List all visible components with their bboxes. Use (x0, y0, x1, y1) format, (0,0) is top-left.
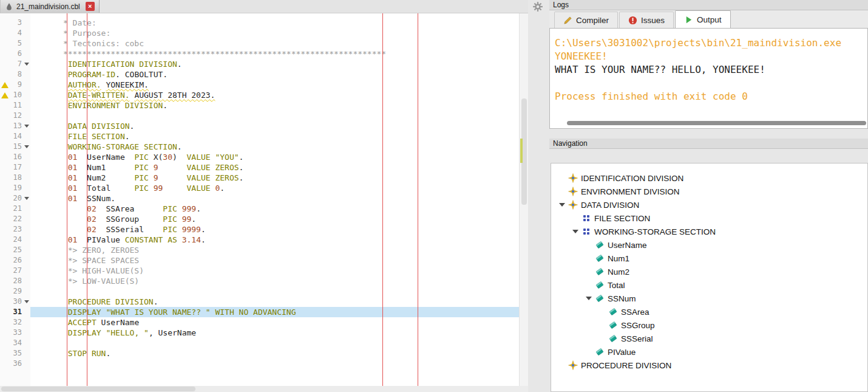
logs-hscrollbar[interactable] (567, 121, 866, 125)
code-line[interactable] (30, 111, 519, 121)
gutter-row[interactable]: 31 (0, 307, 30, 317)
tree-item-pivalue[interactable]: PIValue (551, 345, 867, 359)
code-line[interactable]: 01 Num2 PIC 9 VALUE ZEROS. (30, 173, 519, 183)
code-line[interactable]: ENVIRONMENT DIVISION. (30, 100, 519, 111)
tree-item-environment-division[interactable]: ENVIRONMENT DIVISION (551, 185, 867, 198)
code-line[interactable] (30, 338, 519, 348)
tree-item-identification-division[interactable]: IDENTIFICATION DIVISION (551, 171, 867, 185)
code-line[interactable]: ACCEPT UserName (30, 317, 519, 328)
code-line[interactable]: *> LOW-VALUE(S) (30, 276, 519, 286)
code-line[interactable]: 02 SSArea PIC 999. (30, 204, 519, 214)
code-line[interactable]: 01 UserName PIC X(30) VALUE "YOU". (30, 152, 519, 162)
gutter-row[interactable]: 6 (0, 49, 30, 59)
gutter-row[interactable]: 18 (0, 173, 30, 183)
tree-item-num1[interactable]: Num1 (551, 252, 867, 265)
tree-item-total[interactable]: Total (551, 278, 867, 292)
gutter-row[interactable]: 28 (0, 276, 30, 286)
gutter-row[interactable]: 26 (0, 255, 30, 266)
logs-tab-issues[interactable]: Issues (619, 12, 674, 28)
gutter-row[interactable]: 21 (0, 204, 30, 214)
tree-item-username[interactable]: UserName (551, 238, 867, 252)
tree-item-data-division[interactable]: DATA DIVISION (551, 198, 867, 211)
code-line[interactable]: 02 SSSerial PIC 9999. (30, 224, 519, 235)
code-line[interactable]: DISPLAY "WHAT IS YOUR NAME?? " WITH NO A… (30, 307, 519, 317)
gutter-row[interactable]: 30 (0, 297, 30, 307)
gutter-row[interactable]: 19 (0, 183, 30, 193)
chevron-down-icon[interactable] (24, 63, 29, 66)
code-line[interactable]: 01 SSNum. (30, 193, 519, 204)
code-line[interactable]: FILE SECTION. (30, 131, 519, 142)
tree-item-working-storage-section[interactable]: WORKING-STORAGE SECTION (551, 225, 867, 238)
gutter-row[interactable]: 12 (0, 111, 30, 121)
tree-item-ssserial[interactable]: SSSerial (551, 332, 867, 345)
code-line[interactable]: *> SPACE SPACES (30, 255, 519, 266)
gutter-row[interactable]: 24 (0, 235, 30, 245)
code-line[interactable]: *> HIGH-VALUE(S) (30, 266, 519, 276)
logs-tab-output[interactable]: Output (675, 10, 731, 28)
gutter-row[interactable]: 15 (0, 142, 30, 152)
gutter-row[interactable]: 20 (0, 193, 30, 204)
code-line[interactable]: DATA DIVISION. (30, 121, 519, 131)
code-line[interactable]: 01 Total PIC 99 VALUE 0. (30, 183, 519, 193)
gutter-row[interactable]: 16 (0, 152, 30, 162)
gutter-row[interactable]: 8 (0, 69, 30, 80)
code-line[interactable]: 01 Num1 PIC 9 VALUE ZEROS. (30, 162, 519, 173)
chevron-down-icon[interactable] (24, 197, 29, 200)
code-line[interactable]: * Purpose: (30, 28, 519, 38)
gutter-row[interactable]: 17 (0, 162, 30, 173)
logs-tab-compiler[interactable]: Compiler (554, 12, 618, 28)
code-line[interactable]: STOP RUN. (30, 348, 519, 359)
close-icon[interactable]: × (86, 2, 95, 11)
code-line[interactable]: 01 PIValue CONSTANT AS 3.14. (30, 235, 519, 245)
chevron-down-icon[interactable] (586, 297, 592, 300)
editor-tab[interactable]: 21_maindivision.cbl × (0, 0, 100, 13)
gutter-row[interactable]: 34 (0, 338, 30, 348)
tree-item-ssarea[interactable]: SSArea (551, 305, 867, 318)
gutter-row[interactable]: 36 (0, 359, 30, 369)
code-line[interactable]: DATE-WRITTEN. AUGUST 28TH 2023. (30, 90, 519, 100)
chevron-down-icon[interactable] (572, 230, 578, 233)
code-line[interactable]: *> ZERO, ZEROES (30, 245, 519, 255)
code-line[interactable]: AUTHOR. YONEEKIM. (30, 80, 519, 90)
code-line[interactable]: PROGRAM-ID. COBOLTUT. (30, 69, 519, 80)
code-line[interactable]: 02 SSGroup PIC 99. (30, 214, 519, 224)
output-console[interactable]: C:\Users\3031002\projects\bin\21_maindiv… (550, 29, 867, 120)
gutter-row[interactable]: 14 (0, 131, 30, 142)
code-line[interactable]: WORKING-STORAGE SECTION. (30, 142, 519, 152)
gutter-row[interactable]: 23 (0, 224, 30, 235)
gutter-row[interactable]: 22 (0, 214, 30, 224)
tree-item-file-section[interactable]: FILE SECTION (551, 211, 867, 225)
gutter-row[interactable]: 5 (0, 38, 30, 49)
gutter-row[interactable]: 35 (0, 348, 30, 359)
nav-tree[interactable]: IDENTIFICATION DIVISIONENVIRONMENT DIVIS… (551, 163, 868, 392)
code-line[interactable]: ****************************************… (30, 49, 519, 59)
gutter-row[interactable]: 4 (0, 28, 30, 38)
editor-vscrollbar[interactable] (519, 13, 528, 386)
gutter-row[interactable]: 25 (0, 245, 30, 255)
chevron-down-icon[interactable] (24, 145, 29, 148)
code-line[interactable]: PROCEDURE DIVISION. (30, 297, 519, 307)
editor-hscrollbar[interactable] (0, 386, 528, 392)
tree-item-ssnum[interactable]: SSNum (551, 292, 867, 305)
tree-item-num2[interactable]: Num2 (551, 265, 867, 278)
tree-item-ssgroup[interactable]: SSGroup (551, 318, 867, 332)
chevron-down-icon[interactable] (24, 300, 29, 303)
gutter-row[interactable]: 32 (0, 317, 30, 328)
gutter-row[interactable]: 33 (0, 328, 30, 338)
editor-gutter[interactable]: 3456789101112131415161718192021222324252… (0, 13, 30, 386)
tree-item-procedure-division[interactable]: PROCEDURE DIVISION (551, 359, 867, 372)
code-line[interactable] (30, 286, 519, 297)
gutter-row[interactable]: 3 (0, 18, 30, 28)
gutter-row[interactable]: 9 (0, 80, 30, 90)
code-area[interactable]: * Date: * Purpose: * Tectonics: cobc ***… (30, 13, 519, 386)
code-line[interactable]: * Tectonics: cobc (30, 38, 519, 49)
chevron-down-icon[interactable] (559, 203, 565, 207)
code-line[interactable]: IDENTIFICATION DIVISION. (30, 59, 519, 69)
gutter-row[interactable]: 29 (0, 286, 30, 297)
gutter-row[interactable]: 7 (0, 59, 30, 69)
code-editor[interactable]: 3456789101112131415161718192021222324252… (0, 13, 528, 386)
hscrollbar-thumb[interactable] (1, 387, 195, 391)
gutter-row[interactable]: 13 (0, 121, 30, 131)
panel-splitter[interactable] (528, 0, 549, 392)
code-line[interactable]: DISPLAY "HELLO, ", UserName (30, 328, 519, 338)
